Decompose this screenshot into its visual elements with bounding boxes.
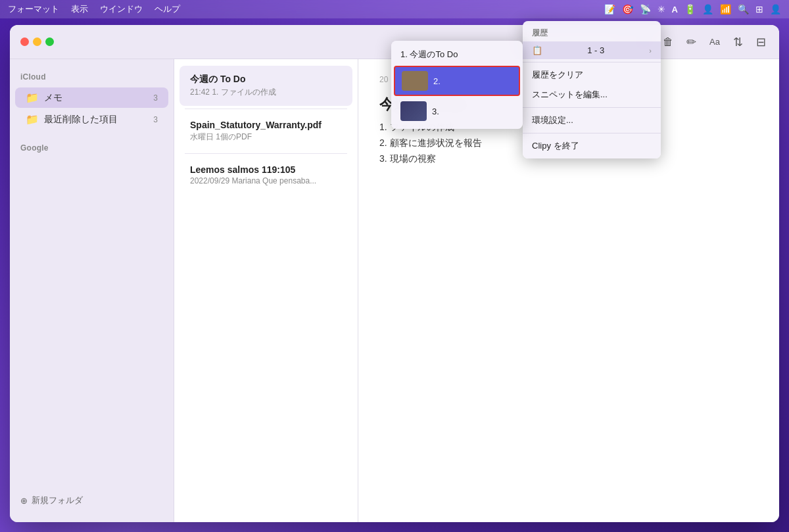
search-icon[interactable]: 🔍 xyxy=(738,4,749,14)
sidebar: iCloud 📁 メモ 3 📁 最近削除した項目 3 Google ⊕ 新規フォ… xyxy=(10,59,174,522)
clipy-prefs-label: 環境設定... xyxy=(532,114,573,126)
clipy-submenu: 1. 今週のTo Do 2. 3. xyxy=(391,41,523,129)
note-item-1[interactable]: Spain_Statutory_Warranty.pdf 水曜日 1個のPDF xyxy=(179,112,352,151)
menubar: フォーマット 表示 ウインドウ ヘルプ 📝 🎯 📡 ✳ A 🔋 👤 📶 🔍 ⊞ … xyxy=(0,0,789,18)
new-note-button[interactable]: ✏ xyxy=(684,32,699,52)
target-icon[interactable]: 🎯 xyxy=(622,4,633,14)
clipy-dropdown: 履歴 📋 1 - 3 › 履歴をクリア スニペットを編集... 環境設定... … xyxy=(523,21,661,158)
memo-folder-icon: 📁 xyxy=(26,91,39,104)
clipy-clear-history[interactable]: 履歴をクリア xyxy=(523,65,661,85)
new-folder-button[interactable]: ⊕ 新規フォルダ xyxy=(20,495,83,506)
submenu-item-0[interactable]: 1. 今週のTo Do xyxy=(394,45,520,64)
menu-format[interactable]: フォーマット xyxy=(8,3,59,15)
note-item-0[interactable]: 今週の To Do 21:42 1. ファイルの作成 xyxy=(179,66,352,106)
clipy-quit-label: Clipy を終了 xyxy=(532,140,579,152)
deleted-folder-icon: 📁 xyxy=(26,113,39,126)
clipy-history-range[interactable]: 📋 1 - 3 › xyxy=(523,41,661,59)
font-icon[interactable]: A xyxy=(672,5,678,14)
minimize-button[interactable] xyxy=(33,37,41,46)
sidebar-bottom: ⊕ 新規フォルダ xyxy=(10,489,174,512)
submenu-thumbnail-1 xyxy=(402,71,428,91)
clipy-snippets-label: スニペットを編集... xyxy=(532,89,608,101)
table-button[interactable]: ⊟ xyxy=(753,32,769,52)
google-section-label: Google xyxy=(10,141,174,158)
clipy-divider-2 xyxy=(523,107,661,108)
icloud-section-label: iCloud xyxy=(10,70,174,87)
note-meta-0: 21:42 1. ファイルの作成 xyxy=(190,87,342,98)
deleted-label: 最近削除した項目 xyxy=(44,114,142,126)
clipy-edit-snippets[interactable]: スニペットを編集... xyxy=(523,85,661,105)
user-icon[interactable]: 👤 xyxy=(770,4,781,14)
submenu-chevron: › xyxy=(649,47,652,55)
account-icon[interactable]: 👤 xyxy=(702,4,713,14)
clipy-preferences[interactable]: 環境設定... xyxy=(523,110,661,130)
notes-menubar-icon[interactable]: 📝 xyxy=(604,4,615,14)
submenu-item-2[interactable]: 3. xyxy=(394,97,520,125)
wifi-icon[interactable]: 📶 xyxy=(720,4,731,14)
delete-button[interactable]: 🗑 xyxy=(660,34,676,51)
submenu-label-1: 2. xyxy=(433,76,441,86)
submenu-label-0: 1. 今週のTo Do xyxy=(400,49,458,60)
bluetooth-icon[interactable]: ✳ xyxy=(658,4,665,14)
menu-help[interactable]: ヘルプ xyxy=(155,3,180,15)
close-button[interactable] xyxy=(20,37,29,46)
font-size-button[interactable]: Aa xyxy=(707,34,723,49)
thumb-img-1 xyxy=(402,71,428,91)
submenu-thumbnail-2 xyxy=(400,101,427,121)
menu-view[interactable]: 表示 xyxy=(71,3,88,15)
sidebar-item-memo[interactable]: 📁 メモ 3 xyxy=(15,87,168,108)
note-item-2[interactable]: Leemos salmos 119:105 2022/09/29 Mariana… xyxy=(179,157,352,193)
clipy-clear-label: 履歴をクリア xyxy=(532,69,583,81)
menu-window[interactable]: ウインドウ xyxy=(100,3,143,15)
note-divider-1 xyxy=(185,153,347,154)
menubar-left: フォーマット 表示 ウインドウ ヘルプ xyxy=(8,3,604,15)
thumb-img-2 xyxy=(400,101,427,121)
note-title-2: Leemos salmos 119:105 xyxy=(190,164,342,175)
note-meta-2: 2022/09/29 Mariana Que pensaba... xyxy=(190,176,342,185)
sort-button[interactable]: ⇅ xyxy=(730,32,746,52)
memo-label: メモ xyxy=(44,92,142,104)
clipy-quit[interactable]: Clipy を終了 xyxy=(523,136,661,156)
clipy-history-header: 履歴 xyxy=(523,24,661,41)
note-meta-1: 水曜日 1個のPDF xyxy=(190,132,342,143)
memo-badge: 3 xyxy=(147,93,158,103)
clipy-range-label: 1 - 3 xyxy=(587,45,604,55)
maximize-button[interactable] xyxy=(45,37,54,46)
clipy-divider-1 xyxy=(523,62,661,62)
submenu-label-2: 3. xyxy=(432,107,439,116)
note-title-0: 今週の To Do xyxy=(190,74,342,85)
note-title-1: Spain_Statutory_Warranty.pdf xyxy=(190,120,342,130)
note-list: 今週の To Do 21:42 1. ファイルの作成 Spain_Statuto… xyxy=(174,59,358,522)
new-folder-label: 新規フォルダ xyxy=(32,495,83,506)
battery-icon[interactable]: 🔋 xyxy=(684,4,696,14)
clipy-divider-3 xyxy=(523,133,661,133)
deleted-badge: 3 xyxy=(147,115,158,124)
wifi-signal-icon[interactable]: 📡 xyxy=(640,4,651,14)
menubar-right: 📝 🎯 📡 ✳ A 🔋 👤 📶 🔍 ⊞ 👤 xyxy=(604,4,781,14)
plus-circle-icon: ⊕ xyxy=(20,496,28,506)
sidebar-item-deleted[interactable]: 📁 最近削除した項目 3 xyxy=(15,109,168,130)
grid-icon[interactable]: ⊞ xyxy=(755,4,763,14)
traffic-lights xyxy=(20,37,54,46)
clipboard-icon: 📋 xyxy=(532,45,542,55)
submenu-item-1[interactable]: 2. xyxy=(394,66,520,96)
note-divider-0 xyxy=(185,109,347,109)
